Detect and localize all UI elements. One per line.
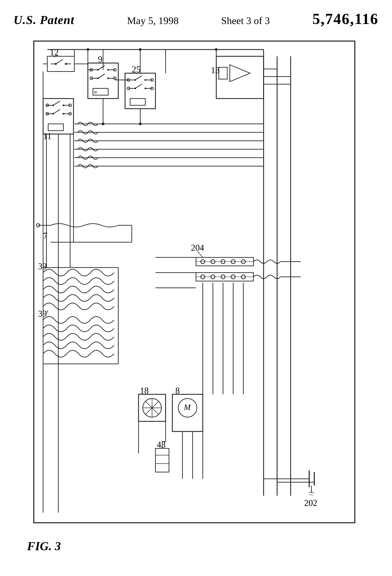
label-13: 13 [211, 65, 220, 75]
svg-line-3 [56, 60, 62, 64]
label-11: 11 [43, 131, 52, 141]
svg-line-43 [53, 110, 60, 114]
svg-point-143 [86, 48, 89, 51]
svg-point-12 [97, 69, 99, 71]
label-39: 39 [38, 261, 47, 271]
svg-line-15 [98, 74, 105, 78]
svg-point-40 [52, 104, 54, 106]
svg-point-26 [144, 79, 146, 81]
svg-line-23 [135, 76, 142, 80]
svg-point-17 [97, 77, 99, 79]
label-202: 202 [304, 498, 317, 508]
svg-rect-47 [48, 124, 63, 131]
svg-point-18 [107, 77, 109, 79]
svg-rect-35 [219, 67, 227, 79]
svg-point-5 [55, 63, 57, 65]
circuit-diagram: 12 ≡ 9 [14, 39, 378, 563]
svg-point-145 [215, 48, 218, 51]
label-18: 18 [140, 386, 149, 395]
svg-point-6 [65, 63, 67, 65]
label-204: 204 [191, 243, 204, 253]
svg-point-146 [102, 122, 104, 125]
svg-text:≡: ≡ [94, 89, 97, 96]
patent-header: U.S. Patent May 5, 1998 Sheet 3 of 3 5,7… [14, 10, 378, 33]
label-9: 9 [98, 55, 102, 64]
svg-point-45 [52, 113, 54, 115]
svg-point-147 [139, 122, 141, 125]
label-7: 7 [43, 231, 48, 241]
label-8: 8 [175, 386, 180, 395]
svg-point-30 [134, 87, 136, 89]
svg-point-46 [62, 113, 64, 115]
svg-line-38 [53, 101, 60, 105]
label-43: 43 [157, 440, 166, 449]
svg-rect-0 [34, 41, 355, 523]
page: U.S. Patent May 5, 1998 Sheet 3 of 3 5,7… [0, 0, 392, 576]
svg-marker-34 [230, 65, 250, 82]
svg-line-10 [98, 66, 105, 70]
patent-date: May 5, 1998 [127, 15, 179, 27]
svg-point-41 [62, 104, 64, 106]
diagram-area: 12 ≡ 9 [14, 39, 378, 563]
svg-point-13 [107, 69, 109, 71]
patent-number: 5,746,116 [312, 10, 378, 28]
svg-rect-101 [155, 448, 169, 472]
svg-point-144 [139, 48, 141, 51]
svg-point-31 [144, 87, 146, 89]
label-25: 25 [132, 64, 140, 74]
svg-rect-98 [172, 394, 203, 432]
svg-rect-21 [125, 73, 155, 109]
svg-rect-32 [130, 99, 145, 105]
svg-text:M: M [184, 403, 191, 412]
patent-label: U.S. Patent [14, 13, 74, 27]
svg-point-25 [134, 79, 136, 81]
fig-label: FIG. 3 [27, 539, 61, 553]
svg-line-28 [135, 84, 142, 88]
sheet-info: Sheet 3 of 3 [221, 15, 270, 27]
